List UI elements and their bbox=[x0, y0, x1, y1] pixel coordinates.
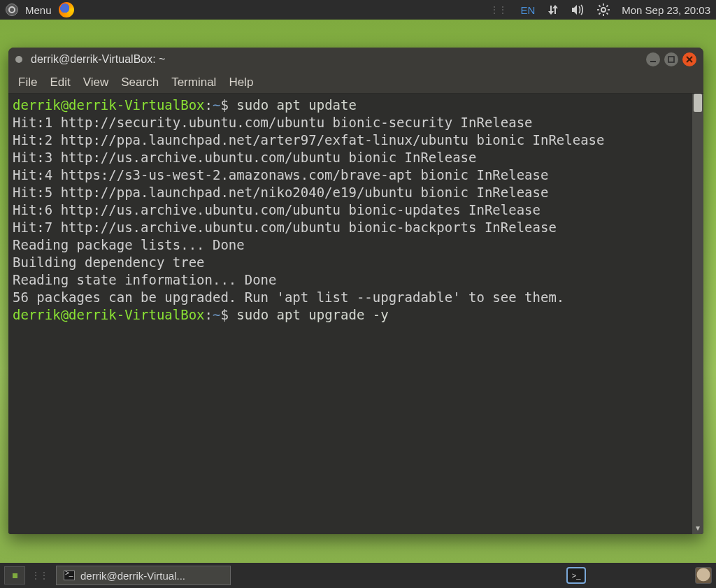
window-maximize-button[interactable] bbox=[664, 52, 678, 66]
svg-rect-10 bbox=[668, 57, 674, 62]
scrollbar-down-arrow-icon[interactable]: ▾ bbox=[692, 523, 703, 533]
taskbar-item-terminal[interactable]: derrik@derrik-Virtual... bbox=[56, 566, 231, 585]
bottom-panel: ⋮⋮ derrik@derrik-Virtual... bbox=[0, 563, 716, 588]
prompt-user-host: derrik@derrik-VirtualBox bbox=[13, 307, 205, 322]
menu-view[interactable]: View bbox=[83, 76, 109, 89]
command-1: sudo apt update bbox=[236, 97, 357, 113]
taskbar-item-label: derrik@derrik-Virtual... bbox=[80, 570, 185, 582]
prompt-path: ~ bbox=[213, 97, 220, 113]
prompt-dollar: $ bbox=[220, 307, 236, 322]
output-line: 56 packages can be upgraded. Run 'apt li… bbox=[13, 289, 564, 305]
ubuntu-logo-icon[interactable] bbox=[6, 3, 18, 16]
prompt-sep: : bbox=[205, 97, 213, 113]
user-face-icon[interactable] bbox=[695, 567, 712, 584]
output-line: Hit:5 http://ppa.launchpad.net/niko2040/… bbox=[13, 185, 548, 200]
firefox-icon[interactable] bbox=[59, 2, 74, 17]
svg-line-8 bbox=[607, 6, 608, 7]
menu-edit[interactable]: Edit bbox=[50, 76, 70, 89]
terminal-output[interactable]: derrik@derrik-VirtualBox:~$ sudo apt upd… bbox=[8, 94, 692, 534]
output-line: Hit:1 http://security.ubuntu.com/ubuntu … bbox=[13, 115, 533, 130]
show-desktop-button[interactable] bbox=[4, 566, 25, 585]
terminal-menubar: File Edit View Search Terminal Help bbox=[8, 71, 703, 94]
svg-line-7 bbox=[599, 13, 601, 14]
window-title: derrik@derrik-VirtualBox: ~ bbox=[31, 53, 165, 66]
clock[interactable]: Mon Sep 23, 20:03 bbox=[622, 4, 710, 16]
output-line: Reading state information... Done bbox=[13, 272, 277, 287]
window-titlebar[interactable]: derrik@derrik-VirtualBox: ~ bbox=[8, 48, 703, 71]
menu-terminal[interactable]: Terminal bbox=[171, 76, 216, 89]
svg-rect-9 bbox=[650, 61, 656, 62]
command-2: sudo apt upgrade -y bbox=[236, 307, 388, 322]
network-updown-icon[interactable] bbox=[546, 3, 560, 17]
terminal-icon bbox=[64, 571, 75, 580]
scrollbar-thumb[interactable] bbox=[694, 94, 702, 112]
menu-button[interactable]: Menu bbox=[25, 4, 52, 16]
panel-grip-icon: ⋮⋮ bbox=[31, 570, 48, 581]
prompt-dollar: $ bbox=[220, 97, 236, 113]
prompt-path: ~ bbox=[213, 307, 220, 322]
output-line: Hit:6 http://us.archive.ubuntu.com/ubunt… bbox=[13, 202, 540, 217]
tray-terminal-icon[interactable] bbox=[566, 567, 586, 584]
volume-icon[interactable] bbox=[571, 3, 585, 17]
output-line: Reading package lists... Done bbox=[13, 237, 245, 252]
output-line: Hit:2 http://ppa.launchpad.net/arter97/e… bbox=[13, 132, 604, 148]
prompt-sep: : bbox=[205, 307, 213, 322]
window-close-button[interactable] bbox=[682, 52, 696, 66]
menu-help[interactable]: Help bbox=[229, 76, 253, 89]
svg-point-0 bbox=[601, 8, 606, 12]
terminal-scrollbar[interactable]: ▾ bbox=[692, 94, 703, 534]
keyboard-language-indicator[interactable]: EN bbox=[520, 4, 535, 16]
settings-gear-icon[interactable] bbox=[596, 3, 610, 17]
prompt-user-host: derrik@derrik-VirtualBox bbox=[13, 97, 205, 113]
top-panel: Menu ⋮⋮ EN Mon Sep 23, 20:03 bbox=[0, 0, 716, 20]
window-minimize-button[interactable] bbox=[646, 52, 660, 66]
output-line: Building dependency tree bbox=[13, 254, 205, 270]
menu-search[interactable]: Search bbox=[121, 76, 159, 89]
window-app-icon bbox=[15, 56, 22, 63]
terminal-window: derrik@derrik-VirtualBox: ~ File Edit Vi… bbox=[8, 48, 703, 534]
desktop: derrik@derrik-VirtualBox: ~ File Edit Vi… bbox=[0, 20, 716, 563]
output-line: Hit:7 http://us.archive.ubuntu.com/ubunt… bbox=[13, 220, 557, 235]
svg-line-5 bbox=[599, 6, 601, 7]
output-line: Hit:3 http://us.archive.ubuntu.com/ubunt… bbox=[13, 150, 476, 165]
output-line: Hit:4 https://s3-us-west-2.amazonaws.com… bbox=[13, 167, 548, 182]
panel-grip-icon: ⋮⋮ bbox=[489, 4, 506, 15]
menu-file[interactable]: File bbox=[18, 76, 37, 89]
svg-line-6 bbox=[607, 13, 608, 14]
